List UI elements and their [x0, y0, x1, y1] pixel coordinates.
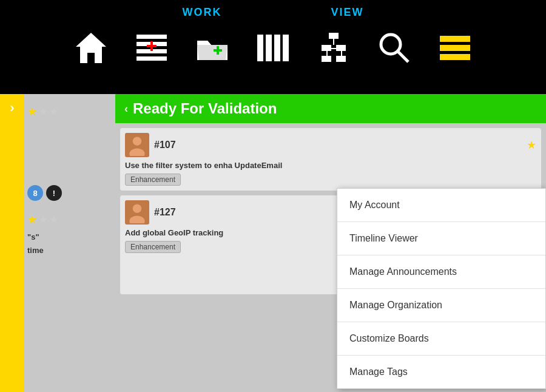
card-127-tag-label: Enhancement: [125, 241, 181, 253]
left-stars-row-1: ★ ★ ★: [24, 94, 115, 121]
card-107-description: Use the filter system to enha UpdateEmai…: [125, 161, 536, 170]
svg-rect-6: [150, 41, 153, 51]
dropdown-manage-tags[interactable]: Manage Tags: [337, 356, 545, 388]
dropdown-manage-announcements[interactable]: Manage Announcements: [337, 255, 545, 289]
sidebar-chevron: ›: [10, 100, 14, 116]
view-label: VIEW: [331, 6, 363, 19]
card-1-spacer: [24, 121, 115, 182]
card-107-header: #107 ★: [125, 133, 536, 157]
star-4: ★: [27, 213, 37, 226]
work-label: WORK: [182, 6, 221, 19]
svg-rect-24: [440, 36, 470, 42]
svg-rect-14: [333, 39, 334, 45]
left-badges-row-1: 8 !: [24, 182, 115, 204]
svg-rect-18: [326, 51, 328, 56]
dropdown-timeline-viewer[interactable]: Timeline Viewer: [337, 222, 545, 255]
card-107-tag-label: Enhancement: [125, 174, 181, 186]
left-sidebar[interactable]: ›: [0, 94, 24, 392]
svg-rect-10: [266, 35, 272, 61]
main-area: › ★ ★ ★ 8 ! ★ ★ ★ "s" time: [0, 94, 546, 392]
hierarchy-icon[interactable]: [309, 24, 358, 72]
open-folder-icon[interactable]: [188, 24, 237, 72]
home-icon[interactable]: [67, 24, 115, 72]
top-nav: WORK VIEW: [0, 0, 546, 94]
dropdown-menu: My Account Timeline Viewer Manage Announ…: [337, 188, 546, 389]
svg-rect-17: [336, 45, 346, 51]
badge-count-8: 8: [27, 185, 43, 201]
search-icon[interactable]: [370, 24, 419, 72]
partial-text-2: time: [24, 245, 115, 256]
card-107-star: ★: [527, 138, 536, 152]
svg-marker-0: [76, 33, 106, 63]
star-107-filled: ★: [527, 139, 536, 151]
dropdown-manage-organization[interactable]: Manage Organization: [337, 289, 545, 322]
svg-rect-25: [440, 45, 470, 51]
left-stars-row-2: ★ ★ ★: [24, 204, 115, 229]
add-list-icon[interactable]: [127, 24, 176, 72]
svg-rect-21: [336, 56, 346, 62]
card-2-left-stars: ★ ★ ★: [27, 213, 112, 226]
star-5: ★: [38, 213, 48, 226]
nav-icons-bar: [49, 24, 497, 72]
card-107-number: #107: [154, 140, 176, 150]
svg-point-31: [133, 204, 141, 213]
card-127-number: #127: [154, 207, 176, 218]
nav-labels: WORK VIEW: [182, 6, 363, 19]
svg-rect-16: [322, 45, 331, 51]
dropdown-my-account[interactable]: My Account: [337, 189, 545, 222]
star-1: ★: [27, 105, 37, 118]
svg-rect-4: [136, 56, 167, 61]
svg-rect-19: [341, 51, 342, 56]
column-chevron: ‹: [124, 103, 128, 115]
card-107-avatar: [125, 133, 149, 157]
svg-line-23: [397, 51, 408, 62]
svg-rect-13: [329, 33, 339, 39]
star-6: ★: [49, 213, 59, 226]
menu-icon[interactable]: [431, 24, 479, 72]
svg-rect-11: [274, 35, 280, 61]
star-3: ★: [49, 105, 59, 118]
svg-rect-9: [257, 35, 263, 61]
svg-rect-20: [322, 56, 331, 62]
partial-text-1: "s": [24, 229, 115, 245]
dropdown-customize-boards[interactable]: Customize Boards: [337, 322, 545, 356]
column-title: Ready For Validation: [133, 100, 277, 117]
card-107-tag: Enhancement: [125, 174, 536, 186]
svg-rect-8: [217, 46, 219, 55]
svg-rect-1: [136, 35, 167, 39]
card-107[interactable]: #107 ★ Use the filter system to enha Upd…: [120, 128, 541, 191]
left-panel: ★ ★ ★ 8 ! ★ ★ ★ "s" time: [24, 94, 115, 392]
card-1-left-stars: ★ ★ ★: [27, 105, 112, 118]
star-2: ★: [38, 105, 48, 118]
column-header: ‹ Ready For Validation: [115, 94, 546, 123]
card-127-avatar: [125, 200, 149, 225]
svg-rect-26: [440, 54, 470, 60]
svg-point-28: [133, 137, 141, 146]
columns-icon[interactable]: [249, 24, 297, 72]
badge-exclaim-1: !: [46, 185, 62, 201]
svg-rect-12: [283, 35, 289, 61]
